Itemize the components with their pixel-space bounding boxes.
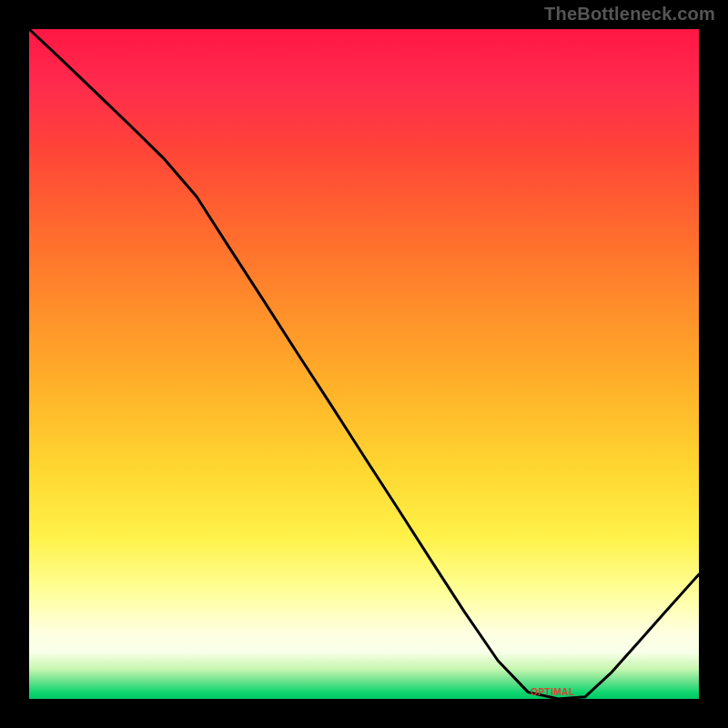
optimal-marker: OPTIMAL xyxy=(531,687,575,697)
bottleneck-curve-line xyxy=(29,29,699,699)
chart-frame: TheBottleneck.com OPTIMAL xyxy=(0,0,728,728)
curve-svg xyxy=(29,29,699,699)
watermark-label: TheBottleneck.com xyxy=(544,4,715,25)
plot-area: OPTIMAL xyxy=(27,27,701,701)
